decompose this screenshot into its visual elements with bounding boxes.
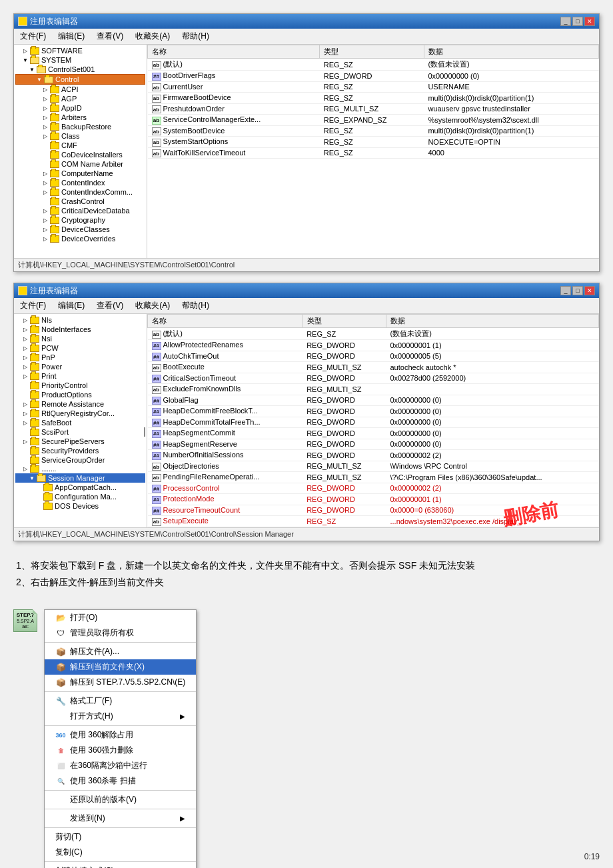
- tree-item-codeviceinstallers[interactable]: CoDeviceInstallers: [15, 150, 145, 159]
- menu-help-1[interactable]: 帮助(H): [180, 30, 211, 43]
- menu-view-2[interactable]: 查看(V): [95, 299, 125, 312]
- tree-item-pnp[interactable]: ▷PnP: [15, 353, 145, 362]
- ctx-360unlock[interactable]: 360 使用 360解除占用: [45, 727, 196, 743]
- tree-item-nsi[interactable]: ▷Nsi: [15, 334, 145, 343]
- tree-item-power[interactable]: ▷Power: [15, 362, 145, 371]
- tree-item-crashcontrol[interactable]: CrashControl: [15, 197, 145, 206]
- tree-item-nodeinterfaces[interactable]: ▷NodeInterfaces: [15, 325, 145, 334]
- tree-item-print[interactable]: ▷Print: [15, 371, 145, 381]
- tree-item-dots[interactable]: ▷........: [15, 465, 145, 473]
- table-row[interactable]: ##NumberOfInitialSessionsREG_DWORD0x0000…: [148, 450, 599, 461]
- ctx-extract-here[interactable]: 📦 解压到当前文件夹(X): [45, 659, 196, 675]
- tree-item-servicegrouporder[interactable]: ServiceGroupOrder: [15, 455, 145, 465]
- menu-favorites-1[interactable]: 收藏夹(A): [133, 30, 172, 43]
- table-row[interactable]: ##HeapSegmentCommitREG_DWORD0x00000000 (…: [148, 428, 599, 439]
- close-btn-1[interactable]: ✕: [584, 17, 595, 26]
- tree-item-comnamearbiter[interactable]: COM Name Arbiter: [15, 159, 145, 169]
- tree-item-arbiters[interactable]: ▷ Arbiters: [15, 113, 145, 122]
- table-row[interactable]: abSystemBootDeviceREG_SZmulti(0)disk(0)r…: [148, 125, 599, 137]
- ctx-sendto[interactable]: 发送到(N) ▶: [45, 811, 196, 826]
- table-row[interactable]: ab(默认)REG_SZ(数值未设置): [148, 328, 599, 340]
- tree-item-contentindex[interactable]: ▷ ContentIndex: [15, 178, 145, 187]
- menu-file-2[interactable]: 文件(F): [18, 299, 48, 312]
- table-row[interactable]: ##BootDriverFlagsREG_DWORD0x00000000 (0): [148, 71, 599, 82]
- tree-item-configurationma[interactable]: Configuration Ma...: [15, 492, 145, 501]
- tree-item-criticaldevicedataba[interactable]: ▷ CriticalDeviceDataba: [15, 206, 145, 215]
- minimize-btn-2[interactable]: _: [560, 286, 571, 295]
- tree-item-system[interactable]: ▼ SYSTEM: [15, 55, 145, 65]
- ctx-admin[interactable]: 🛡 管理员取得所有权: [45, 625, 196, 641]
- tree-item-sessionmanager[interactable]: ▼Session Manager: [15, 473, 145, 483]
- tree-item-controlset001[interactable]: ▼ ControlSet001: [15, 65, 145, 74]
- tree-item-securityproviders[interactable]: SecurityProviders: [15, 446, 145, 455]
- menu-edit-2[interactable]: 编辑(E): [56, 299, 87, 312]
- table-row[interactable]: abFirmwareBootDeviceREG_SZmulti(0)disk(0…: [148, 93, 599, 104]
- table-row[interactable]: ##HeapSegmentReserveREG_DWORD0x00000000 …: [148, 439, 599, 450]
- table-row[interactable]: abPreshutdownOrderREG_MULTI_SZwuauserv g…: [148, 103, 599, 115]
- tree-item-pcw[interactable]: ▷PCW: [15, 343, 145, 353]
- table-row[interactable]: abBootExecuteREG_MULTI_SZautocheck autoc…: [148, 362, 599, 373]
- ctx-copy[interactable]: 复制(C): [45, 845, 196, 860]
- minimize-btn-1[interactable]: _: [560, 17, 571, 26]
- menu-view-1[interactable]: 查看(V): [95, 30, 125, 43]
- menu-favorites-2[interactable]: 收藏夹(A): [133, 299, 172, 312]
- tree-item-control[interactable]: ▼ Control: [15, 74, 145, 85]
- tree-item-software[interactable]: ▷ SOFTWARE: [15, 46, 145, 55]
- table-row[interactable]: ab(默认)REG_SZ(数值未设置): [148, 59, 599, 71]
- tree-item-deviceclasses[interactable]: ▷ DeviceClasses: [15, 225, 145, 234]
- tree-panel-1[interactable]: ▷ SOFTWARE ▼ SYSTEM ▼ ControlSet001 ▼: [14, 45, 147, 258]
- table-row[interactable]: abWaitToKillServiceTimeoutREG_SZ4000: [148, 147, 599, 159]
- tree-item-scsiport[interactable]: ScsiPort: [15, 427, 145, 437]
- ctx-extract-a[interactable]: 📦 解压文件(A)...: [45, 644, 196, 659]
- ctx-createshortcut[interactable]: 创建快捷方式(S): [45, 863, 196, 868]
- table-row[interactable]: abPendingFileRenameOperati...REG_MULTI_S…: [148, 472, 599, 483]
- tree-item-remoteassistance[interactable]: ▷Remote Assistance: [15, 399, 145, 409]
- table-row[interactable]: ##ProcessorControlREG_DWORD0x00000002 (2…: [148, 483, 599, 494]
- tree-item-securepipeservers[interactable]: ▷SecurePipeServers: [15, 437, 145, 446]
- tree-item-appid[interactable]: ▷ AppID: [15, 103, 145, 113]
- tree-item-nls[interactable]: ▷Nls: [15, 315, 145, 325]
- table-row[interactable]: ##AutoChkTimeOutREG_DWORD0x00000005 (5): [148, 351, 599, 362]
- table-row[interactable]: abSystemStartOptionsREG_SZNOEXECUTE=OPTI…: [148, 137, 599, 148]
- maximize-btn-2[interactable]: □: [572, 286, 583, 295]
- table-row[interactable]: ##CriticalSectionTimeoutREG_DWORD0x00278…: [148, 373, 599, 384]
- table-row[interactable]: abExcludeFromKnownDllsREG_MULTI_SZ: [148, 384, 599, 395]
- tree-item-rtlquery[interactable]: ▷RtlQueryRegistryCor...: [15, 409, 145, 418]
- ctx-restore[interactable]: 还原以前的版本(V): [45, 792, 196, 807]
- tree-item-computername[interactable]: ▷ ComputerName: [15, 169, 145, 178]
- table-row[interactable]: ##GlobalFlagREG_DWORD0x00000000 (0): [148, 395, 599, 406]
- tree-item-backuprestore[interactable]: ▷ BackupRestore: [15, 122, 145, 131]
- tree-item-appcompatcach[interactable]: AppCompatCach...: [15, 483, 145, 492]
- maximize-btn-1[interactable]: □: [572, 17, 583, 26]
- tree-item-agp[interactable]: ▷ AGP: [15, 94, 145, 103]
- tree-item-productoptions[interactable]: ProductOptions: [15, 390, 145, 399]
- tree-item-cmf[interactable]: CMF: [15, 141, 145, 150]
- menu-file-1[interactable]: 文件(F): [18, 30, 48, 43]
- tree-item-dosdevices[interactable]: DOS Devices: [15, 501, 145, 511]
- ctx-extract-to[interactable]: 📦 解压到 STEP.7.V5.5.SP2.CN\(E): [45, 675, 196, 690]
- table-row[interactable]: abServiceControlManagerExte...REG_EXPAND…: [148, 115, 599, 126]
- tree-panel-2[interactable]: ▷Nls ▷NodeInterfaces ▷Nsi ▷PCW ▷PnP ▷Pow…: [14, 314, 147, 527]
- tree-item-safeboot[interactable]: ▷SafeBoot: [15, 418, 145, 427]
- ctx-cut[interactable]: 剪切(T): [45, 829, 196, 845]
- ctx-openwidth[interactable]: 打开方式(H) ▶: [45, 709, 196, 724]
- table-row[interactable]: abCurrentUserREG_SZUSERNAME: [148, 81, 599, 93]
- tree-item-cryptography[interactable]: ▷ Cryptography: [15, 215, 145, 225]
- table-row[interactable]: ##AllowProtectedRenamesREG_DWORD0x000000…: [148, 340, 599, 351]
- tree-item-deviceoverrides[interactable]: ▷ DeviceOverrides: [15, 234, 145, 243]
- ctx-360scan[interactable]: 🔍 使用 360杀毒 扫描: [45, 773, 196, 789]
- table-row[interactable]: ##HeapDeCommitFreeBlockT...REG_DWORD0x00…: [148, 406, 599, 417]
- ctx-factory[interactable]: 🔧 格式工厂(F): [45, 693, 196, 709]
- tree-item-acpi[interactable]: ▷ ACPI: [15, 85, 145, 94]
- ctx-360del[interactable]: 🗑 使用 360强力删除: [45, 743, 196, 758]
- close-btn-2[interactable]: ✕: [584, 286, 595, 295]
- menu-help-2[interactable]: 帮助(H): [180, 299, 211, 312]
- tree-item-contentindexcomm[interactable]: ▷ ContentIndexComm...: [15, 187, 145, 197]
- ctx-open[interactable]: 📂 打开(O): [45, 610, 196, 625]
- table-row[interactable]: abObjectDirectoriesREG_MULTI_SZ\Windows …: [148, 461, 599, 472]
- menu-edit-1[interactable]: 编辑(E): [56, 30, 87, 43]
- ctx-360sandbox[interactable]: ⬜ 在360隔离沙箱中运行: [45, 758, 196, 773]
- table-row[interactable]: ##HeapDeCommitTotalFreeTh...REG_DWORD0x0…: [148, 417, 599, 428]
- tree-item-class[interactable]: ▷ Class: [15, 131, 145, 141]
- tree-item-prioritycontrol[interactable]: PriorityControl: [15, 381, 145, 390]
